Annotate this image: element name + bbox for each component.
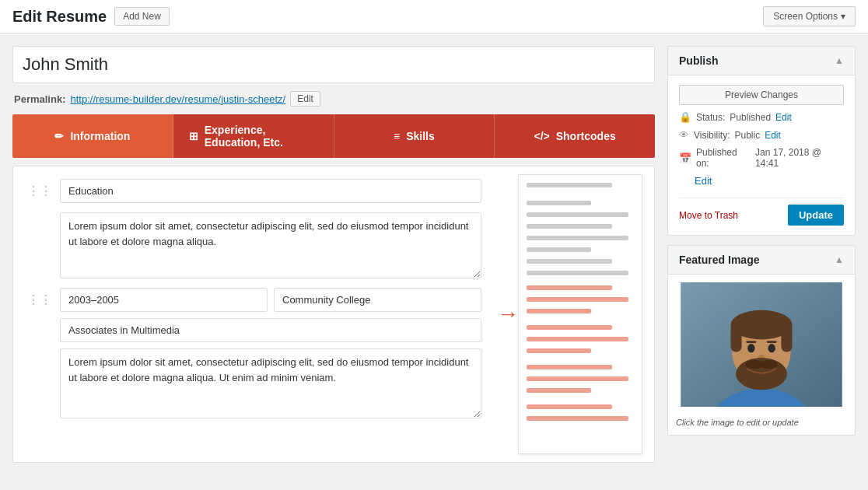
eye-icon: 👁 [679, 129, 689, 141]
svg-rect-10 [746, 341, 756, 343]
svg-point-8 [747, 344, 754, 352]
tabs-bar: ✏ Information ⊞ Experience, Education, E… [12, 114, 655, 158]
published-date-edit-link[interactable]: Edit [695, 175, 712, 187]
degree-row: ⋮⋮ [26, 318, 481, 342]
permalink-edit-button[interactable]: Edit [290, 91, 320, 107]
main-layout: Permalink: http://resume-builder.dev/res… [0, 33, 868, 475]
preview-orange-3 [527, 309, 591, 313]
preview-orange-2 [527, 297, 628, 302]
status-row: 🔒 Status: Published Edit [679, 111, 844, 123]
publish-panel-header: Publish ▲ [668, 47, 855, 75]
lock-icon: 🔒 [679, 111, 691, 123]
date-institution-row: ⋮⋮ [26, 288, 481, 312]
drag-handle-entry[interactable]: ⋮⋮ [26, 291, 54, 309]
preview-line-7 [527, 259, 612, 264]
education-entry: ⋮⋮ ⋮⋮ ⋮⋮ Lorem ipsum dolor sit amet, con… [26, 288, 481, 418]
top-bar-left: Edit Resume Add New [12, 7, 170, 26]
move-to-trash-link[interactable]: Move to Trash [679, 210, 738, 221]
preview-line-2 [527, 201, 591, 205]
publish-panel-title: Publish [679, 54, 719, 67]
entry-description-textarea[interactable]: Lorem ipsum dolor sit amet, consectetur … [60, 348, 481, 418]
featured-image-body: Click the image to edit or update [668, 275, 855, 435]
institution-input[interactable] [274, 288, 481, 312]
degree-input[interactable] [60, 318, 481, 342]
preview-header-block [527, 183, 634, 279]
preview-arrow: → [497, 302, 519, 327]
screen-options-label: Screen Options [773, 11, 838, 22]
publish-panel: Publish ▲ Preview Changes 🔒 Status: Publ… [667, 46, 856, 236]
visibility-value: Public [734, 130, 760, 141]
education-title-input[interactable] [60, 179, 481, 203]
svg-point-15 [760, 360, 778, 369]
published-date: Jan 17, 2018 @ 14:41 [755, 147, 844, 169]
preview-line-4 [527, 224, 612, 229]
resume-title-input[interactable] [12, 46, 655, 83]
right-column: Publish ▲ Preview Changes 🔒 Status: Publ… [667, 46, 856, 463]
featured-image-toggle[interactable]: ▲ [835, 254, 844, 265]
tab-skills-label: Skills [406, 130, 435, 142]
preview-line-6 [527, 247, 591, 252]
preview-orange-11 [527, 416, 628, 421]
status-value: Published [730, 112, 771, 123]
status-label: Status: [696, 112, 725, 123]
tab-experience-label: Experience, Education, Etc. [205, 124, 318, 149]
tab-skills[interactable]: ≡ Skills [334, 114, 495, 158]
status-edit-link[interactable]: Edit [775, 112, 792, 123]
svg-rect-6 [730, 323, 741, 352]
calendar-icon: 📅 [679, 152, 691, 164]
resume-preview: → [518, 174, 642, 454]
tab-shortcodes[interactable]: </> Shortcodes [495, 114, 655, 158]
tab-experience[interactable]: ⊞ Experience, Education, Etc. [173, 114, 334, 158]
permalink-url[interactable]: http://resume-builder.dev/resume/justin-… [70, 93, 285, 105]
code-icon: </> [534, 130, 549, 142]
publish-panel-toggle[interactable]: ▲ [835, 55, 844, 66]
featured-image-title: Featured Image [679, 254, 759, 266]
resume-preview-column: → [506, 166, 654, 462]
preview-line-1 [527, 183, 612, 187]
featured-image-panel: Featured Image ▲ [667, 245, 856, 436]
top-bar: Edit Resume Add New Screen Options ▾ [0, 0, 868, 33]
preview-orange-4 [527, 325, 612, 330]
preview-line-3 [527, 212, 628, 217]
visibility-row: 👁 Visibility: Public Edit [679, 129, 844, 141]
preview-orange-block [527, 285, 634, 425]
featured-image-container[interactable] [676, 282, 847, 407]
preview-changes-button[interactable]: Preview Changes [679, 85, 844, 105]
date-input[interactable] [60, 288, 268, 312]
preview-orange-1 [527, 285, 612, 290]
education-desc-row: ⋮⋮ Lorem ipsum dolor sit amet, consectet… [26, 212, 481, 278]
preview-orange-7 [527, 365, 612, 369]
page-title: Edit Resume [12, 8, 107, 26]
preview-orange-5 [527, 337, 628, 341]
form-column: ⋮⋮ ⋮⋮ Lorem ipsum dolor sit amet, consec… [13, 166, 494, 462]
published-date-row: 📅 Published on: Jan 17, 2018 @ 14:41 [679, 147, 844, 169]
permalink-label: Permalink: [14, 93, 65, 105]
tab-information-label: Information [70, 130, 130, 142]
preview-line-8 [527, 271, 628, 275]
list-icon: ≡ [394, 130, 400, 142]
add-new-button[interactable]: Add New [114, 7, 170, 26]
featured-image-caption: Click the image to edit or update [676, 418, 847, 427]
education-heading-row: ⋮⋮ [26, 179, 481, 203]
svg-rect-11 [767, 341, 777, 343]
svg-point-9 [768, 344, 775, 352]
preview-orange-6 [527, 348, 591, 353]
visibility-edit-link[interactable]: Edit [765, 130, 781, 141]
preview-orange-8 [527, 376, 628, 381]
grid-icon: ⊞ [189, 130, 198, 142]
published-label: Published on: [696, 147, 751, 169]
drag-handle-education[interactable]: ⋮⋮ [26, 182, 54, 200]
content-area: ⋮⋮ ⋮⋮ Lorem ipsum dolor sit amet, consec… [12, 166, 655, 463]
publish-panel-body: Preview Changes 🔒 Status: Published Edit… [668, 75, 855, 235]
update-button[interactable]: Update [788, 205, 844, 226]
education-description-textarea[interactable]: Lorem ipsum dolor sit amet, consectetur … [60, 212, 481, 278]
publish-actions: Move to Trash Update [679, 198, 844, 226]
visibility-label: Visibility: [694, 130, 730, 141]
tab-information[interactable]: ✏ Information [12, 114, 173, 158]
pencil-icon: ✏ [54, 130, 64, 142]
chevron-down-icon: ▾ [841, 11, 845, 22]
tab-shortcodes-label: Shortcodes [556, 130, 616, 142]
screen-options-button[interactable]: Screen Options ▾ [763, 6, 856, 26]
left-column: Permalink: http://resume-builder.dev/res… [12, 46, 655, 463]
preview-line-5 [527, 236, 628, 240]
